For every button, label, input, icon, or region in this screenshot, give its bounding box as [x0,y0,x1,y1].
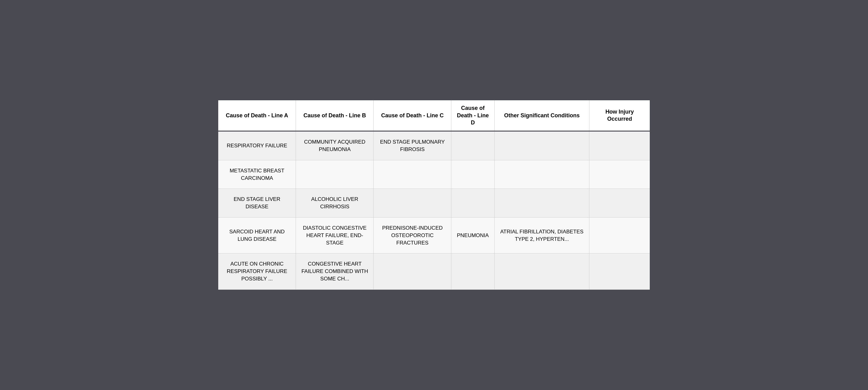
cell-2-e [494,160,589,189]
header-col-e: Other Significant Conditions [494,100,589,131]
cell-4-d: PNEUMONIA [451,218,494,254]
cell-1-e [494,131,589,160]
table-row: METASTATIC BREAST CARCINOMA [218,160,650,189]
cell-5-d [451,254,494,289]
cell-3-c [374,189,451,218]
cell-4-f [589,218,650,254]
cell-3-d [451,189,494,218]
cell-2-a: METASTATIC BREAST CARCINOMA [218,160,296,189]
cell-5-e [494,254,589,289]
cell-3-f [589,189,650,218]
table-row: END STAGE LIVER DISEASE ALCOHOLIC LIVER … [218,189,650,218]
header-col-a: Cause of Death - Line A [218,100,296,131]
cell-1-c: END STAGE PULMONARY FIBROSIS [374,131,451,160]
cell-1-f [589,131,650,160]
cell-1-d [451,131,494,160]
cell-2-b [296,160,374,189]
cell-4-e: ATRIAL FIBRILLATION, DIABETES TYPE 2, HY… [494,218,589,254]
table-row: RESPIRATORY FAILURE COMMUNITY ACQUIRED P… [218,131,650,160]
table-row: ACUTE ON CHRONIC RESPIRATORY FAILURE POS… [218,254,650,289]
cell-3-a: END STAGE LIVER DISEASE [218,189,296,218]
table-row: SARCOID HEART AND LUNG DISEASE DIASTOLIC… [218,218,650,254]
cell-3-b: ALCOHOLIC LIVER CIRRHOSIS [296,189,374,218]
header-col-f: How Injury Occurred [589,100,650,131]
cell-2-c [374,160,451,189]
cell-1-a: RESPIRATORY FAILURE [218,131,296,160]
cell-5-b: CONGESTIVE HEART FAILURE COMBINED WITH S… [296,254,374,289]
cell-4-b: DIASTOLIC CONGESTIVE HEART FAILURE, END-… [296,218,374,254]
cell-3-e [494,189,589,218]
header-col-b: Cause of Death - Line B [296,100,374,131]
header-col-c: Cause of Death - Line C [374,100,451,131]
table-header-row: Cause of Death - Line A Cause of Death -… [218,100,650,131]
cell-4-c: PREDNISONE-INDUCED OSTEOPOROTIC FRACTURE… [374,218,451,254]
cell-4-a: SARCOID HEART AND LUNG DISEASE [218,218,296,254]
cell-2-d [451,160,494,189]
cell-5-f [589,254,650,289]
cell-5-a: ACUTE ON CHRONIC RESPIRATORY FAILURE POS… [218,254,296,289]
cell-1-b: COMMUNITY ACQUIRED PNEUMONIA [296,131,374,160]
cause-of-death-table: Cause of Death - Line A Cause of Death -… [217,99,651,291]
header-col-d: Cause of Death - Line D [451,100,494,131]
cell-5-c [374,254,451,289]
cell-2-f [589,160,650,189]
